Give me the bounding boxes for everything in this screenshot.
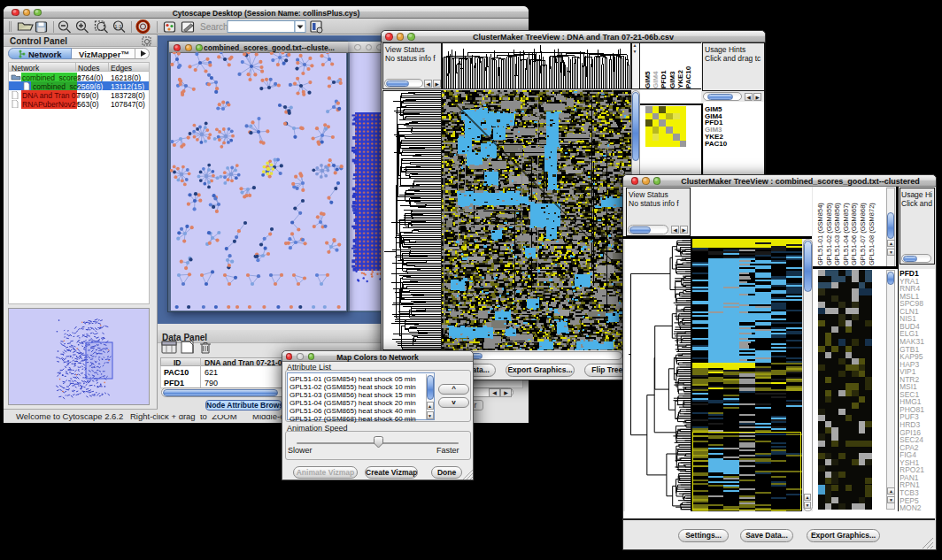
svg-text:1:1: 1:1	[114, 24, 122, 29]
svg-text:Search:: Search:	[200, 22, 230, 32]
